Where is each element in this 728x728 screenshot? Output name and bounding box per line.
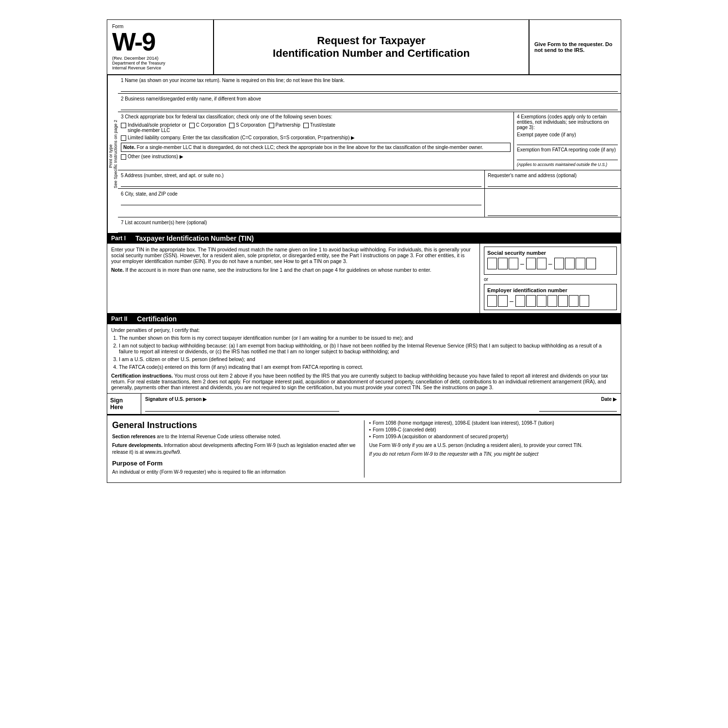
under-penalties: Under penalties of perjury, I certify th… [111,327,617,333]
requester-input-line[interactable] [488,179,618,187]
part1-right: Social security number – – or [480,244,621,313]
purpose-text: An individual or entity (Form W-9 reques… [112,469,359,476]
right-return-text: If you do not return Form W-9 to the req… [369,451,616,458]
cb-ccorp-label: C Corporation [196,122,226,128]
part1-body: Enter your TIN in the appropriate box. T… [107,244,621,314]
classification-checkboxes: Individual/sole proprietor orsingle-memb… [121,122,511,133]
addr-left: 5 Address (number, street, and apt. or s… [118,170,485,188]
sidebar-line1: Print or type [108,124,113,188]
header-right: Give Form to the requester. Do not send … [529,20,621,74]
cert-1: The number shown on this form is my corr… [119,335,617,341]
ein-cell-5[interactable] [537,295,546,307]
part1-header: Part I Taxpayer Identification Number (T… [107,233,621,244]
row-addr: 5 Address (number, street, and apt. or s… [118,170,621,189]
gen-right: • Form 1098 (home mortgage interest), 10… [364,420,621,478]
cb-scorp-box[interactable] [229,123,234,128]
signature-label: Signature of U.S. person ▶ [145,397,339,402]
ssn-cell-3[interactable] [509,258,518,269]
ssn-cell-6[interactable] [554,258,564,269]
cert-3: I am a U.S. citizen or other U.S. person… [119,356,617,362]
sidebar: Print or type See Specific Instructions … [107,75,118,233]
fatca-line[interactable] [517,153,618,160]
sign-content: Signature of U.S. person ▶ Date ▶ [141,394,621,414]
sign-label: SignHere [107,394,141,414]
note-box: Note. For a single-member LLC that is di… [121,143,511,152]
ssn-cell-5[interactable] [537,258,546,269]
cb-trust-box[interactable] [303,123,309,128]
sign-label-text: SignHere [110,397,123,411]
ein-cell-9[interactable] [579,295,589,307]
ein-cell-1[interactable] [487,295,497,307]
city-input-line[interactable] [121,198,481,205]
ssn-cell-9[interactable] [586,258,596,269]
ein-cell-8[interactable] [569,295,579,307]
ein-cell-6[interactable] [547,295,557,307]
signature-line[interactable] [145,402,339,412]
cb-ccorp: C Corporation [189,122,226,128]
part2-label: Part II [111,315,127,322]
part2-header: Part II Certification [107,314,621,324]
date-label: Date ▶ [539,397,617,402]
header-center: Request for Taxpayer Identification Numb… [214,20,529,74]
requester-label: Requester's name and address (optional) [488,173,577,178]
bullet-1: • Form 1098 (home mortgage interest), 10… [369,420,616,426]
ssn-cell-8[interactable] [576,258,585,269]
sidebar-line2: See Specific Instructions on page 2 [113,120,118,188]
form-header: Form W-9 (Rev. December 2014) Department… [107,20,621,75]
part1-text: Enter your TIN in the appropriate box. T… [111,247,476,264]
ein-cell-3[interactable] [515,295,525,307]
row7-label: 7 List account number(s) here (optional) [121,220,207,225]
cb-scorp-label: S Corporation [236,122,266,128]
form-rev: (Rev. December 2014) [112,55,208,61]
ssn-cell-2[interactable] [498,258,508,269]
ein-cell-2[interactable] [498,295,508,307]
ssn-fields: – – [487,258,613,269]
form-fields: 1 Name (as shown on your income tax retu… [118,75,621,233]
date-line[interactable] [539,402,617,412]
ein-cell-4[interactable] [526,295,536,307]
cb-other-box[interactable] [121,154,126,160]
gen-para2-bold: Future developments. [112,443,163,448]
row-name: 1 Name (as shown on your income tax retu… [118,75,621,94]
llc-row: Limited liability company. Enter the tax… [121,135,511,141]
ssn-cell-4[interactable] [526,258,536,269]
bullet-1-text: Form 1098 (home mortgage interest), 1098… [373,420,554,426]
gen-para1: Section references are to the Internal R… [112,433,359,440]
part1-note-text: Note. If the account is in more than one… [111,267,476,273]
exempt-payee-line[interactable] [517,138,618,145]
right-return-bold: If you do not return Form W-9 to the req… [369,451,539,457]
cert-4: The FATCA code(s) entered on this form (… [119,364,617,370]
title-line2: Identification Number and Certification [273,47,470,60]
name-input-line[interactable] [121,84,618,92]
check-col: 3 Check appropriate box for federal tax … [118,112,514,170]
cert-instructions-text: You must cross out item 2 above if you h… [111,373,608,390]
ein-cell-7[interactable] [558,295,568,307]
ssn-cell-7[interactable] [565,258,575,269]
requester-cont-line[interactable] [488,192,618,216]
cb-partnership-box[interactable] [269,123,274,128]
cb-llc-box[interactable] [121,135,126,141]
row-business: 2 Business name/disregarded entity name,… [118,94,621,112]
ein-fields: – [487,295,613,307]
cb-individual-box[interactable] [121,123,126,128]
addr-input-line[interactable] [121,179,481,187]
fatca-label: Exemption from FATCA reporting code (if … [517,147,618,152]
cert-instructions: Certification instructions. You must cro… [111,373,617,390]
business-name-input-line[interactable] [121,102,618,110]
ssn-dash-2: – [547,260,553,267]
row-city: 6 City, state, and ZIP code [118,189,621,217]
cb-other-label: Other (see instructions) ▶ [128,154,183,159]
other-row: Other (see instructions) ▶ [121,154,511,160]
applies-text: (Applies to accounts maintained outside … [517,162,618,167]
ssn-cell-1[interactable] [487,258,497,269]
signature-area: Signature of U.S. person ▶ [145,397,339,412]
cb-trust: Trust/estate [303,122,335,128]
bullet-2: • Form 1099-C (canceled debt) [369,427,616,432]
bullet-2-dot: • [369,427,371,432]
cb-ccorp-box[interactable] [189,123,195,128]
certification-list: The number shown on this form is my corr… [119,335,617,370]
part1-title: Taxpayer Identification Number (TIN) [135,234,254,242]
note-text: For a single-member LLC that is disregar… [137,145,483,150]
cb-partnership-label: Partnership [276,122,300,128]
header-title: Request for Taxpayer Identification Numb… [273,34,470,60]
